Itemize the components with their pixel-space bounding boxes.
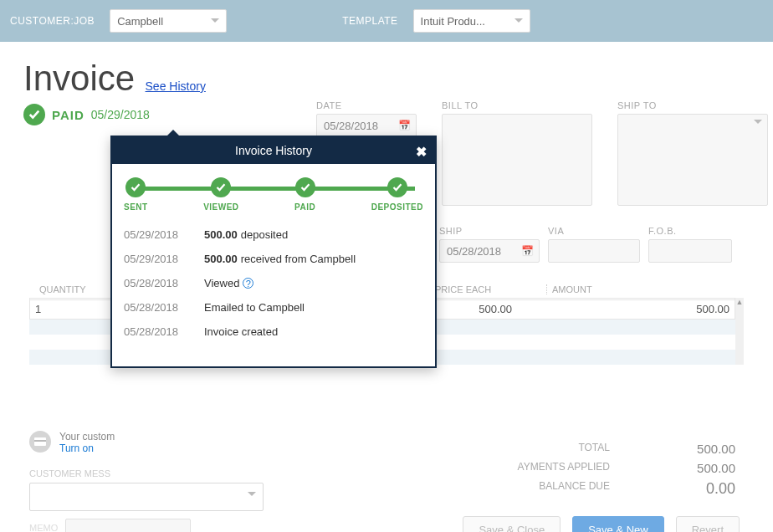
history-item: 05/29/2018 500.00 received from Campbell bbox=[124, 253, 423, 265]
progress-track: SENT VIEWED PAID DEPOSITED bbox=[124, 177, 423, 212]
calendar-icon: 📅 bbox=[521, 245, 534, 257]
check-icon bbox=[387, 177, 407, 197]
node-viewed: VIEWED bbox=[203, 177, 238, 212]
cell-amount[interactable]: 500.00 bbox=[545, 303, 729, 315]
revert-button[interactable]: Revert bbox=[676, 516, 740, 532]
node-paid: PAID bbox=[294, 177, 315, 212]
scrollbar[interactable]: ▲ bbox=[735, 298, 744, 365]
cell-price[interactable]: 500.00 bbox=[437, 303, 545, 315]
via-label: VIA bbox=[548, 226, 640, 236]
invoice-form: Invoice See History PAID 05/29/2018 DATE… bbox=[0, 42, 773, 142]
cust-msg-dropdown[interactable] bbox=[29, 483, 264, 511]
cell-qty[interactable]: 1 bbox=[35, 303, 119, 315]
payments-hint: Your custom Turn on bbox=[29, 431, 115, 454]
check-icon bbox=[211, 177, 231, 197]
customer-label: CUSTOMER:JOB bbox=[10, 15, 95, 27]
ship-label: SHIP bbox=[439, 226, 540, 236]
payments-label: AYMENTS APPLIED bbox=[476, 461, 610, 475]
popup-title: Invoice History bbox=[235, 144, 312, 157]
memo-input[interactable] bbox=[65, 519, 191, 532]
scroll-up-icon[interactable]: ▲ bbox=[736, 298, 744, 306]
top-toolbar: CUSTOMER:JOB Campbell TEMPLATE Intuit Pr… bbox=[0, 0, 773, 42]
memo-label: MEMO bbox=[29, 523, 58, 532]
via-dropdown[interactable] bbox=[548, 239, 640, 263]
fob-label: F.O.B. bbox=[648, 226, 732, 236]
customer-value: Campbell bbox=[117, 15, 163, 28]
invoice-history-popup: Invoice History ✖ SENT VIEWED PAID DEPOS… bbox=[110, 136, 437, 368]
col-amount: AMOUNT bbox=[546, 284, 739, 294]
template-label: TEMPLATE bbox=[342, 15, 397, 27]
caret-down-icon bbox=[514, 18, 523, 23]
shipto-label: SHIP TO bbox=[617, 100, 768, 110]
cust-msg-label: CUSTOMER MESS bbox=[29, 468, 110, 478]
ship-date-input[interactable]: 05/28/2018 📅 bbox=[439, 239, 540, 263]
shipping-fields: SHIP 05/28/2018 📅 VIA F.O.B. bbox=[439, 226, 732, 263]
paid-date: 05/29/2018 bbox=[91, 108, 150, 121]
history-item: 05/29/2018 500.00 deposited bbox=[124, 228, 423, 241]
history-item: 05/28/2018 Viewed? bbox=[124, 277, 423, 289]
credit-card-icon bbox=[29, 431, 51, 453]
paid-check-icon bbox=[23, 104, 45, 125]
popup-header: Invoice History ✖ bbox=[112, 137, 435, 164]
history-list: 05/29/2018 500.00 deposited 05/29/2018 5… bbox=[124, 228, 423, 338]
caret-down-icon bbox=[211, 18, 219, 23]
balance-label: BALANCE DUE bbox=[476, 480, 610, 498]
node-sent: SENT bbox=[124, 177, 148, 212]
balance-value: 0.00 bbox=[652, 480, 735, 498]
turn-on-link[interactable]: Turn on bbox=[59, 442, 94, 454]
billto-input[interactable] bbox=[442, 114, 592, 206]
check-icon bbox=[125, 177, 146, 197]
svg-rect-1 bbox=[34, 440, 46, 442]
info-icon[interactable]: ? bbox=[243, 278, 253, 289]
fob-input[interactable] bbox=[648, 239, 732, 263]
action-buttons: Save & Close Save & New Revert bbox=[463, 516, 740, 532]
shipto-input[interactable] bbox=[617, 114, 768, 206]
template-value: Intuit Produ... bbox=[421, 15, 485, 28]
date-label: DATE bbox=[316, 100, 417, 110]
total-value: 500.00 bbox=[652, 442, 735, 456]
customer-dropdown[interactable]: Campbell bbox=[110, 9, 227, 33]
paid-label: PAID bbox=[52, 108, 84, 122]
caret-down-icon bbox=[754, 120, 762, 124]
caret-down-icon bbox=[248, 492, 256, 496]
date-input[interactable]: 05/28/2018 📅 bbox=[316, 114, 417, 137]
node-deposited: DEPOSITED bbox=[371, 177, 423, 212]
see-history-link[interactable]: See History bbox=[146, 79, 206, 93]
col-price-each: PRICE EACH bbox=[429, 284, 546, 294]
page-title: Invoice bbox=[23, 59, 135, 99]
check-icon bbox=[295, 177, 315, 197]
history-item: 05/28/2018 Emailed to Campbell bbox=[124, 301, 423, 314]
billto-label: BILL TO bbox=[442, 100, 592, 110]
template-dropdown[interactable]: Intuit Produ... bbox=[413, 9, 530, 33]
cc-hint-text: Your custom bbox=[59, 431, 115, 442]
total-label: TOTAL bbox=[476, 442, 610, 456]
history-item: 05/28/2018 Invoice created bbox=[124, 325, 423, 338]
save-close-button[interactable]: Save & Close bbox=[463, 516, 561, 532]
close-icon[interactable]: ✖ bbox=[416, 144, 427, 160]
popup-arrow bbox=[166, 130, 181, 137]
col-quantity: QUANTITY bbox=[34, 284, 118, 294]
totals-block: TOTAL500.00 AYMENTS APPLIED500.00 BALANC… bbox=[476, 442, 735, 498]
save-new-button[interactable]: Save & New bbox=[572, 516, 664, 532]
calendar-icon: 📅 bbox=[398, 120, 411, 131]
payments-value: 500.00 bbox=[652, 461, 735, 475]
